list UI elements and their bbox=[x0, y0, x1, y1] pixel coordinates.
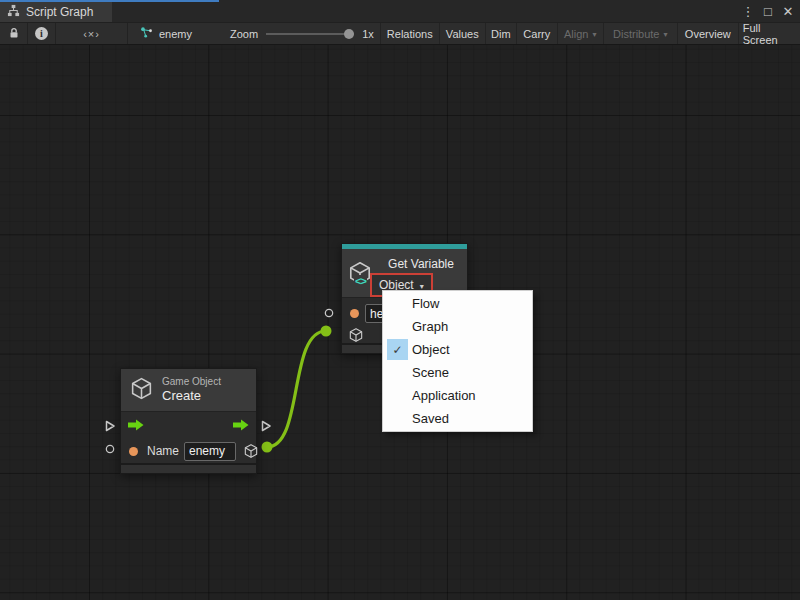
values-label: Values bbox=[446, 28, 479, 40]
check-column bbox=[383, 292, 412, 315]
output-cube-icon bbox=[243, 443, 259, 459]
getvariable-name-input-port[interactable] bbox=[324, 307, 334, 321]
graph-reference-button[interactable]: enemy bbox=[128, 23, 202, 44]
toolbar-buttons: Relations Values Dim Carry Align ▾ Distr… bbox=[380, 23, 800, 44]
graph-nodes-icon bbox=[140, 26, 154, 42]
carry-label: Carry bbox=[523, 28, 550, 40]
align-button[interactable]: Align ▾ bbox=[557, 23, 603, 44]
tab-script-graph[interactable]: Script Graph bbox=[0, 2, 112, 22]
menu-item-label: Saved bbox=[412, 411, 449, 426]
create-flow-input-port[interactable] bbox=[104, 420, 116, 435]
window-controls: ⋮ □ ✕ bbox=[740, 0, 796, 22]
create-node-header[interactable]: Game Object Create bbox=[121, 369, 256, 411]
dim-label: Dim bbox=[491, 28, 511, 40]
zoom-slider-handle[interactable] bbox=[344, 29, 354, 39]
relations-label: Relations bbox=[387, 28, 433, 40]
create-node-body: Name bbox=[121, 411, 256, 463]
zoom-slider[interactable] bbox=[266, 29, 354, 39]
name-param-label: Name bbox=[147, 444, 179, 458]
info-button[interactable]: i bbox=[28, 23, 56, 44]
close-icon[interactable]: ✕ bbox=[780, 2, 796, 20]
check-column bbox=[383, 407, 412, 430]
fullscreen-button[interactable]: Full Screen bbox=[738, 23, 800, 44]
get-variable-title: Get Variable bbox=[376, 257, 466, 271]
align-label: Align bbox=[564, 28, 588, 40]
zoom-slider-track bbox=[266, 33, 354, 35]
overview-label: Overview bbox=[685, 28, 731, 40]
string-value-dot-icon bbox=[350, 309, 359, 318]
graph-canvas[interactable]: Game Object Create Name bbox=[0, 45, 800, 600]
distribute-label: Distribute bbox=[613, 28, 659, 40]
menu-item-label: Graph bbox=[412, 319, 448, 334]
name-value-input[interactable] bbox=[184, 442, 236, 461]
create-node-title: Create bbox=[162, 388, 221, 404]
menu-item-flow[interactable]: Flow bbox=[383, 292, 532, 315]
chevron-down-icon: ▾ bbox=[593, 30, 597, 39]
zoom-label: Zoom bbox=[230, 28, 258, 40]
menu-item-label: Flow bbox=[412, 296, 439, 311]
zoom-control: Zoom 1x bbox=[202, 23, 380, 44]
menu-item-saved[interactable]: Saved bbox=[383, 407, 532, 430]
code-brackets-icon: <> bbox=[354, 275, 367, 287]
zoom-value: 1x bbox=[362, 28, 374, 40]
overview-button[interactable]: Overview bbox=[677, 23, 738, 44]
chevron-down-icon: ▾ bbox=[664, 30, 668, 39]
tab-label: Script Graph bbox=[26, 5, 93, 19]
create-flow-output-port[interactable] bbox=[260, 420, 272, 435]
create-name-row: Name bbox=[121, 438, 256, 464]
check-column bbox=[383, 384, 412, 407]
object-cube-icon bbox=[348, 327, 364, 343]
menu-item-label: Application bbox=[412, 388, 476, 403]
menu-item-scene[interactable]: Scene bbox=[383, 361, 532, 384]
maximize-icon[interactable]: □ bbox=[760, 2, 776, 20]
create-node[interactable]: Game Object Create Name bbox=[120, 368, 257, 474]
check-column: ✓ bbox=[383, 338, 412, 361]
checkmark-icon: ✓ bbox=[387, 339, 408, 360]
flow-out-arrow-icon bbox=[233, 419, 249, 434]
code-view-button[interactable]: ‹×› bbox=[56, 23, 128, 44]
fullscreen-label: Full Screen bbox=[743, 22, 796, 46]
graph-hierarchy-icon bbox=[7, 4, 20, 20]
distribute-button[interactable]: Distribute ▾ bbox=[603, 23, 677, 44]
gameobject-cube-icon bbox=[129, 376, 154, 404]
flow-in-arrow-icon bbox=[128, 419, 144, 434]
script-graph-window: Script Graph ⋮ □ ✕ i ‹×› bbox=[0, 0, 800, 600]
create-node-footer bbox=[121, 463, 256, 473]
graph-toolbar: i ‹×› enemy Zoom 1x bbox=[0, 22, 800, 45]
create-name-input-port[interactable] bbox=[105, 443, 115, 457]
menu-item-label: Scene bbox=[412, 365, 449, 380]
graph-reference-name: enemy bbox=[159, 28, 192, 40]
carry-button[interactable]: Carry bbox=[516, 23, 557, 44]
dim-button[interactable]: Dim bbox=[485, 23, 516, 44]
menu-item-graph[interactable]: Graph bbox=[383, 315, 532, 338]
menu-item-object[interactable]: ✓ Object bbox=[383, 338, 532, 361]
check-column bbox=[383, 361, 412, 384]
menu-item-label: Object bbox=[412, 342, 450, 357]
lock-button[interactable] bbox=[0, 23, 28, 44]
title-bar: Script Graph ⋮ □ ✕ bbox=[0, 0, 800, 22]
string-value-dot-icon bbox=[129, 447, 138, 456]
scope-menu: Flow Graph ✓ Object Scene Application bbox=[382, 290, 533, 432]
code-icon: ‹×› bbox=[83, 28, 100, 40]
create-flow-row bbox=[121, 412, 256, 438]
window-menu-icon[interactable]: ⋮ bbox=[740, 2, 756, 20]
check-column bbox=[383, 315, 412, 338]
values-button[interactable]: Values bbox=[439, 23, 485, 44]
menu-item-application[interactable]: Application bbox=[383, 384, 532, 407]
create-node-category: Game Object bbox=[162, 376, 221, 389]
lock-icon bbox=[7, 26, 21, 42]
relations-button[interactable]: Relations bbox=[380, 23, 439, 44]
info-icon: i bbox=[35, 27, 48, 40]
